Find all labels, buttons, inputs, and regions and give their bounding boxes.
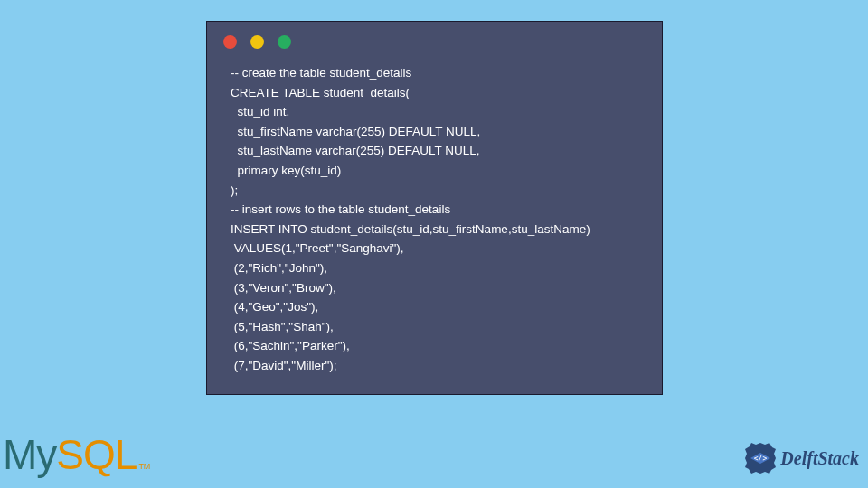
code-window: -- create the table student_details CREA… bbox=[206, 21, 663, 395]
mysql-my-text: My bbox=[3, 430, 56, 479]
maximize-dot-icon bbox=[278, 35, 291, 49]
delftstack-gear-icon: </> bbox=[743, 441, 778, 475]
window-controls bbox=[207, 22, 662, 58]
svg-text:</>: </> bbox=[754, 455, 768, 463]
close-dot-icon bbox=[223, 35, 237, 49]
delftstack-text: DelftStack bbox=[780, 448, 859, 469]
mysql-tm-text: TM bbox=[138, 462, 150, 471]
code-content: -- create the table student_details CREA… bbox=[207, 58, 662, 381]
delftstack-logo: </> DelftStack bbox=[743, 441, 859, 475]
mysql-logo: MySQLTM bbox=[3, 430, 150, 479]
mysql-sql-text: SQL bbox=[56, 430, 137, 479]
minimize-dot-icon bbox=[250, 35, 264, 49]
